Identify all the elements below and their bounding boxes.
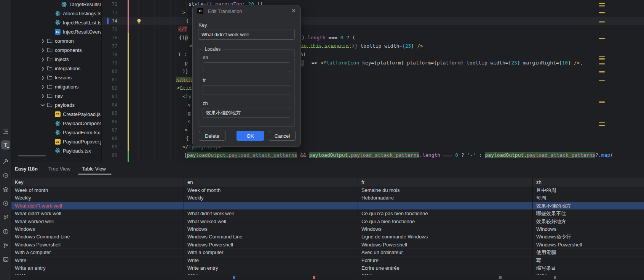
table-cell[interactable]: Write — [11, 257, 184, 264]
dependencies-icon[interactable] — [1, 171, 10, 180]
error-stripe-warning-mark[interactable] — [599, 122, 605, 123]
tree-item-injects[interactable]: ❯injects — [11, 55, 102, 64]
tree-item-components[interactable]: ❯components — [11, 45, 102, 55]
error-stripe-warning-mark[interactable] — [599, 5, 605, 6]
tree-item-createpayload-js[interactable]: JSCreatePayload.js — [11, 109, 102, 119]
table-cell[interactable]: Write an entry — [11, 264, 184, 272]
tree-item-injectresultovervi[interactable]: TSInjectResultOvervi — [11, 27, 102, 36]
table-cell[interactable]: 月中的周 — [533, 187, 644, 194]
table-row[interactable]: What didn"t work well效果不佳的地方 — [11, 202, 644, 210]
error-stripe-warning-mark[interactable] — [599, 38, 605, 39]
table-cell[interactable]: Windows Command Line — [11, 233, 184, 241]
code-line-83[interactable]: <Ty — [102, 92, 644, 101]
code-line-80[interactable]: )} — [102, 67, 644, 76]
chevron-collapsed-icon[interactable]: ❯ — [39, 48, 46, 52]
code-editor[interactable]: 72style={{ marginTop: 20 }}73>74{75</T76… — [102, 0, 644, 162]
table-row[interactable]: What didn't work wellWhat didn't work we… — [11, 210, 644, 217]
translation-tool-icon[interactable]: T — [1, 140, 10, 150]
table-cell[interactable]: Windows Powershell — [358, 241, 533, 249]
table-cell[interactable]: Hebdomadaire — [358, 194, 533, 202]
chevron-collapsed-icon[interactable]: ❯ — [39, 76, 46, 80]
table-row[interactable]: WeeklyWeeklyHebdomadaire每周 — [11, 194, 644, 202]
table-cell[interactable]: Windows Powershell — [11, 241, 184, 249]
table-cell[interactable]: What didn't work well — [184, 210, 358, 217]
table-cell[interactable]: Weekly — [184, 194, 358, 202]
error-stripe-warning-mark[interactable] — [599, 63, 605, 64]
error-stripe-warning-mark[interactable] — [599, 101, 605, 103]
error-stripe-warning-mark[interactable] — [599, 125, 605, 126]
tree-item-payloads[interactable]: ❯payloads — [11, 100, 102, 109]
tree-item-payloadpopover-js[interactable]: JSPayloadPopover.js — [11, 137, 102, 146]
table-cell[interactable]: What worked well — [184, 218, 358, 225]
table-cell[interactable]: Windows — [184, 225, 358, 233]
services-icon[interactable] — [1, 199, 10, 208]
table-cell[interactable]: Ce qui n'a pas bien fonctionné — [358, 210, 533, 217]
table-cell[interactable]: Ce qui a bien fonctionné — [358, 218, 533, 225]
layers-icon[interactable] — [1, 185, 10, 194]
table-cell[interactable]: Write an entry — [184, 264, 358, 272]
error-stripe-warning-mark[interactable] — [599, 58, 605, 60]
table-cell[interactable]: 编写条目 — [533, 264, 644, 272]
key-input[interactable] — [198, 29, 295, 40]
code-line-77[interactable]: <in this scenario')} tooltip width={25} … — [102, 42, 644, 50]
code-line-84[interactable]: v — [102, 101, 644, 109]
tree-item-nav[interactable]: ❯nav — [11, 91, 102, 100]
table-cell[interactable] — [184, 202, 358, 210]
build-hammer-icon[interactable] — [1, 157, 10, 166]
table-cell[interactable]: What worked well — [11, 218, 184, 225]
table-cell[interactable] — [358, 202, 533, 210]
table-cell[interactable]: 效果不佳的地方 — [533, 202, 644, 210]
code-line-86[interactable]: s — [102, 117, 644, 126]
terminal-icon[interactable] — [1, 255, 10, 264]
table-row[interactable]: With a computerWith a computerAvec un or… — [11, 249, 644, 256]
table-cell[interactable]: Ligne de commande Windows — [358, 233, 533, 241]
table-cell[interactable]: Windows — [358, 225, 533, 233]
table-row[interactable]: WindowsWindowsWindowsWindows — [11, 225, 644, 233]
table-cell[interactable]: Avec un ordinateur — [358, 249, 533, 256]
delete-button[interactable]: Delete — [199, 131, 225, 141]
table-cell[interactable]: Windows — [11, 225, 184, 233]
tree-item-common[interactable]: ❯common — [11, 36, 102, 45]
table-cell[interactable]: 效果较好地方 — [533, 218, 644, 225]
tree-item-atomictestings-ts[interactable]: AtomicTestings.ts — [11, 9, 102, 18]
chevron-collapsed-icon[interactable]: ❯ — [39, 94, 46, 98]
tree-item-injectresultlist-tsx[interactable]: InjectResultList.tsx — [11, 18, 102, 27]
code-line-73[interactable]: > — [102, 8, 644, 17]
table-row[interactable]: WriteWriteEcriture写 — [11, 257, 644, 264]
table-cell[interactable]: Windows — [533, 225, 644, 233]
error-stripe-warning-mark[interactable] — [599, 21, 605, 23]
table-cell[interactable]: What didn"t work well — [11, 202, 184, 210]
chevron-collapsed-icon[interactable]: ❯ — [39, 39, 46, 43]
table-cell[interactable]: Ecriture — [358, 257, 533, 264]
table-cell[interactable]: Weekly — [11, 194, 184, 202]
table-row[interactable]: Windows Command LineWindows Command Line… — [11, 233, 644, 241]
code-line-75[interactable]: </T — [102, 25, 644, 34]
table-cell[interactable]: Write — [184, 257, 358, 264]
table-cell[interactable]: Semaine du mois — [358, 187, 533, 194]
chevron-collapsed-icon[interactable]: ❯ — [39, 66, 46, 71]
table-row[interactable]: Windows PowershellWindows PowershellWind… — [11, 241, 644, 249]
column-header-fr[interactable]: fr — [358, 178, 533, 187]
table-cell[interactable]: Windows Powershell — [184, 241, 358, 249]
column-header-key[interactable]: Key — [11, 178, 184, 187]
table-cell[interactable]: Windows Powershell — [533, 241, 644, 249]
dialog-title-bar[interactable]: IJ Edit Translation ✕ — [193, 5, 300, 17]
table-cell[interactable]: With a computer — [11, 249, 184, 256]
table-row[interactable]: Week of monthWeek of monthSemaine du moi… — [11, 187, 644, 194]
error-stripe-warning-mark[interactable] — [599, 3, 605, 4]
code-line-88[interactable]: { — [102, 134, 644, 143]
tree-item-targetresultsd[interactable]: TargetResultsD — [11, 0, 102, 9]
code-line-76[interactable]: {(p).length === 0 ? ( — [102, 34, 644, 42]
locale-fr-input[interactable] — [203, 85, 290, 95]
ok-button[interactable]: OK — [237, 131, 264, 141]
code-line-72[interactable]: style={{ marginTop: 20 }} — [102, 0, 644, 8]
code-line-82[interactable]: <Grid — [102, 84, 644, 92]
column-header-zh[interactable]: zh — [533, 178, 644, 187]
chevron-collapsed-icon[interactable]: ❯ — [39, 57, 46, 61]
table-row[interactable]: Write an entryWrite an entryEcrire une e… — [11, 264, 644, 272]
tree-item-mitigations[interactable]: ❯mitigations — [11, 82, 102, 91]
tree-item-integrations[interactable]: ❯integrations — [11, 64, 102, 73]
problems-icon[interactable] — [1, 227, 10, 236]
tab-table-view[interactable]: Table View — [82, 166, 106, 172]
code-line-78[interactable]: ) :p( — [102, 50, 644, 59]
